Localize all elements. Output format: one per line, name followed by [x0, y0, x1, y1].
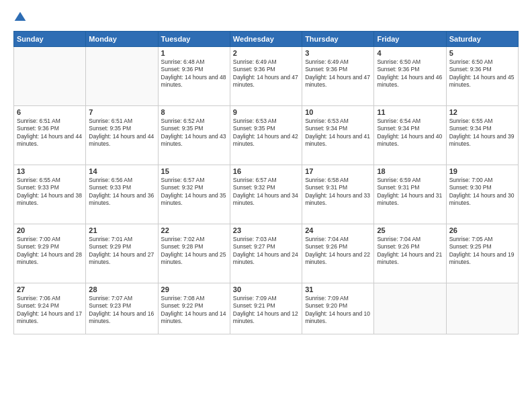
calendar-cell: 12Sunrise: 6:55 AMSunset: 9:34 PMDayligh…	[446, 106, 518, 165]
cell-content: Sunset: 9:35 PM	[89, 125, 154, 132]
cell-content: Sunset: 9:21 PM	[233, 302, 299, 310]
cell-content: Sunset: 9:28 PM	[161, 243, 227, 250]
cell-content: Sunset: 9:35 PM	[161, 125, 227, 132]
cell-content: Daylight: 14 hours and 39 minutes.	[449, 133, 515, 148]
day-number: 14	[89, 167, 154, 175]
day-number: 29	[161, 285, 227, 293]
cell-content: Sunrise: 6:50 AM	[449, 58, 515, 66]
cell-content: Sunset: 9:32 PM	[233, 184, 299, 191]
day-number: 16	[233, 167, 299, 175]
week-row-2: 6Sunrise: 6:51 AMSunset: 9:36 PMDaylight…	[14, 106, 519, 165]
logo-icon	[13, 11, 27, 24]
calendar-cell: 31Sunrise: 7:09 AMSunset: 9:20 PMDayligh…	[302, 283, 374, 334]
cell-content: Daylight: 14 hours and 10 minutes.	[305, 310, 371, 326]
day-number: 2	[233, 49, 299, 57]
calendar-cell: 13Sunrise: 6:55 AMSunset: 9:33 PMDayligh…	[14, 165, 86, 224]
day-header-tuesday: Tuesday	[158, 32, 230, 47]
cell-content: Daylight: 14 hours and 19 minutes.	[449, 251, 515, 267]
calendar-cell: 1Sunrise: 6:48 AMSunset: 9:36 PMDaylight…	[158, 47, 230, 106]
cell-content: Sunrise: 7:00 AM	[449, 177, 515, 184]
cell-content: Daylight: 14 hours and 40 minutes.	[377, 133, 443, 148]
day-number: 28	[89, 285, 154, 293]
calendar-cell: 29Sunrise: 7:08 AMSunset: 9:22 PMDayligh…	[158, 283, 230, 334]
day-number: 15	[161, 167, 227, 175]
cell-content: Sunset: 9:36 PM	[377, 66, 443, 73]
day-number: 13	[17, 167, 83, 175]
week-row-4: 20Sunrise: 7:00 AMSunset: 9:29 PMDayligh…	[14, 224, 519, 283]
cell-content: Daylight: 14 hours and 16 minutes.	[89, 310, 154, 326]
cell-content: Sunset: 9:36 PM	[305, 66, 371, 73]
cell-content: Sunset: 9:33 PM	[89, 184, 154, 191]
day-header-friday: Friday	[374, 32, 446, 47]
calendar-cell: 26Sunrise: 7:05 AMSunset: 9:25 PMDayligh…	[446, 224, 518, 283]
day-number: 1	[161, 49, 227, 57]
cell-content: Sunrise: 6:49 AM	[233, 58, 299, 66]
calendar-cell: 21Sunrise: 7:01 AMSunset: 9:29 PMDayligh…	[86, 224, 158, 283]
day-number: 7	[89, 108, 154, 116]
cell-content: Daylight: 14 hours and 36 minutes.	[89, 192, 154, 208]
calendar-cell: 18Sunrise: 6:59 AMSunset: 9:31 PMDayligh…	[374, 165, 446, 224]
cell-content: Sunrise: 7:08 AM	[161, 295, 227, 302]
cell-content: Sunrise: 6:48 AM	[161, 58, 227, 66]
cell-content: Sunset: 9:36 PM	[233, 66, 299, 73]
calendar-cell	[446, 283, 518, 334]
day-header-monday: Monday	[86, 32, 158, 47]
calendar-cell: 17Sunrise: 6:58 AMSunset: 9:31 PMDayligh…	[302, 165, 374, 224]
cell-content: Daylight: 14 hours and 25 minutes.	[161, 251, 227, 267]
day-number: 5	[449, 49, 515, 57]
day-number: 8	[161, 108, 227, 116]
cell-content: Sunset: 9:20 PM	[305, 302, 371, 310]
day-number: 11	[377, 108, 443, 116]
cell-content: Sunrise: 6:55 AM	[17, 177, 83, 184]
day-number: 30	[233, 285, 299, 293]
cell-content: Sunset: 9:33 PM	[17, 184, 83, 191]
cell-content: Sunrise: 6:54 AM	[377, 118, 443, 125]
cell-content: Sunrise: 6:53 AM	[305, 118, 371, 125]
calendar-cell: 27Sunrise: 7:06 AMSunset: 9:24 PMDayligh…	[14, 283, 86, 334]
calendar-cell	[14, 47, 86, 106]
cell-content: Daylight: 14 hours and 46 minutes.	[377, 74, 443, 89]
cell-content: Sunrise: 6:52 AM	[161, 118, 227, 125]
day-number: 6	[17, 108, 83, 116]
calendar-cell: 6Sunrise: 6:51 AMSunset: 9:36 PMDaylight…	[14, 106, 86, 165]
cell-content: Sunrise: 6:55 AM	[449, 118, 515, 125]
cell-content: Sunrise: 6:58 AM	[305, 177, 371, 184]
calendar-cell: 23Sunrise: 7:03 AMSunset: 9:27 PMDayligh…	[230, 224, 302, 283]
day-number: 22	[161, 226, 227, 234]
cell-content: Sunrise: 7:03 AM	[233, 236, 299, 243]
day-number: 4	[377, 49, 443, 57]
day-number: 23	[233, 226, 299, 234]
cell-content: Sunrise: 6:53 AM	[233, 118, 299, 125]
day-number: 12	[449, 108, 515, 116]
cell-content: Sunrise: 6:57 AM	[233, 177, 299, 184]
day-number: 31	[305, 285, 371, 293]
cell-content: Sunrise: 7:09 AM	[305, 295, 371, 302]
calendar-cell: 30Sunrise: 7:09 AMSunset: 9:21 PMDayligh…	[230, 283, 302, 334]
day-number: 21	[89, 226, 154, 234]
calendar-cell: 25Sunrise: 7:04 AMSunset: 9:26 PMDayligh…	[374, 224, 446, 283]
cell-content: Daylight: 14 hours and 45 minutes.	[449, 74, 515, 89]
calendar-cell: 7Sunrise: 6:51 AMSunset: 9:35 PMDaylight…	[86, 106, 158, 165]
cell-content: Sunset: 9:36 PM	[161, 66, 227, 73]
calendar-cell: 22Sunrise: 7:02 AMSunset: 9:28 PMDayligh…	[158, 224, 230, 283]
cell-content: Sunset: 9:29 PM	[89, 243, 154, 250]
day-header-wednesday: Wednesday	[230, 32, 302, 47]
cell-content: Daylight: 14 hours and 47 minutes.	[233, 74, 299, 89]
day-number: 24	[305, 226, 371, 234]
calendar-cell: 2Sunrise: 6:49 AMSunset: 9:36 PMDaylight…	[230, 47, 302, 106]
cell-content: Sunrise: 7:00 AM	[17, 236, 83, 243]
day-number: 20	[17, 226, 83, 234]
cell-content: Sunrise: 6:57 AM	[161, 177, 227, 184]
cell-content: Daylight: 14 hours and 31 minutes.	[377, 192, 443, 208]
day-header-thursday: Thursday	[302, 32, 374, 47]
calendar-cell: 10Sunrise: 6:53 AMSunset: 9:34 PMDayligh…	[302, 106, 374, 165]
cell-content: Daylight: 14 hours and 47 minutes.	[305, 74, 371, 89]
cell-content: Sunset: 9:36 PM	[449, 66, 515, 73]
cell-content: Sunset: 9:30 PM	[449, 184, 515, 191]
cell-content: Daylight: 14 hours and 34 minutes.	[233, 192, 299, 208]
calendar-table: SundayMondayTuesdayWednesdayThursdayFrid…	[13, 31, 519, 334]
cell-content: Sunset: 9:27 PM	[233, 243, 299, 250]
cell-content: Sunrise: 6:56 AM	[89, 177, 154, 184]
cell-content: Sunset: 9:35 PM	[233, 125, 299, 132]
day-number: 25	[377, 226, 443, 234]
